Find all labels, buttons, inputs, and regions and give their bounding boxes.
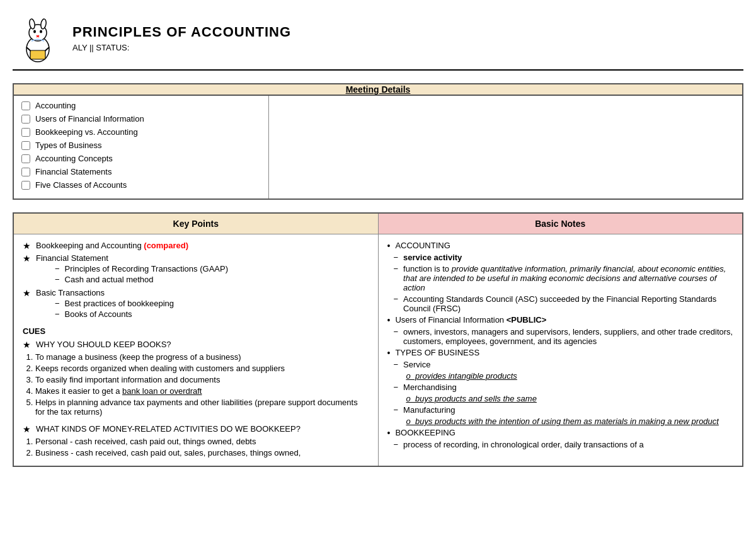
header-text: PRINCIPLES OF ACCOUNTING ALY || STATUS: bbox=[72, 24, 291, 52]
checklist-label-types: Types of Business bbox=[35, 141, 102, 150]
sub-cash: Cash and actual method bbox=[55, 275, 228, 284]
bn-bookkeeping-text: BOOKKEEPING bbox=[395, 428, 455, 437]
bn-accounting-text: ACCOUNTING bbox=[395, 241, 450, 250]
checklist-item-concepts[interactable]: Accounting Concepts bbox=[21, 154, 261, 163]
cues-list-item-2: Keeps records organized when dealing wit… bbox=[35, 364, 369, 373]
checklist-item-types[interactable]: Types of Business bbox=[21, 141, 261, 150]
checklist-item-five-classes[interactable]: Five Classes of Accounts bbox=[21, 180, 261, 190]
bn-function: function is to provide quantitative info… bbox=[394, 264, 734, 292]
bn-types: • TYPES OF BUSINESS bbox=[387, 348, 734, 358]
svg-point-5 bbox=[40, 30, 42, 33]
checkbox-accounting[interactable] bbox=[21, 101, 30, 110]
header-divider bbox=[13, 69, 743, 71]
transactions-sublist: Best practices of bookkeeping Books of A… bbox=[55, 299, 174, 319]
function-italic: provide quantitative information, primar… bbox=[403, 264, 726, 292]
checklist-item-users[interactable]: Users of Financial Information bbox=[21, 114, 261, 124]
key-points-header: Key Points bbox=[13, 213, 378, 234]
bullet-dot-3: • bbox=[387, 348, 391, 358]
svg-point-4 bbox=[33, 30, 36, 33]
main-notes-table: Key Points Basic Notes ★ Bookkeeping and… bbox=[13, 212, 743, 467]
checklist-item-financial[interactable]: Financial Statements bbox=[21, 167, 261, 176]
bn-manufacturing-text: Manufacturing bbox=[403, 405, 455, 415]
sub-best-practices: Best practices of bookkeeping bbox=[55, 299, 174, 308]
bn-function-text: function is to provide quantitative info… bbox=[403, 264, 733, 292]
star-transactions-text: Basic Transactions bbox=[36, 288, 105, 297]
bn-users: • Users of Financial Information <PUBLIC… bbox=[387, 315, 734, 325]
meeting-details-header: Meeting Details bbox=[13, 84, 743, 95]
sub-books: Books of Accounts bbox=[55, 309, 174, 319]
checklist-label-concepts: Accounting Concepts bbox=[35, 154, 113, 163]
svg-point-3 bbox=[40, 18, 47, 29]
star-text-bookkeeping: Bookkeeping and Accounting (compared) bbox=[36, 241, 188, 250]
bn-process: process of recording, in chronological o… bbox=[394, 440, 734, 449]
bn-process-text: process of recording, in chronological o… bbox=[403, 440, 644, 449]
bn-owners-text: owners, investors, managers and supervis… bbox=[403, 327, 733, 346]
sub-gaap: Principles of Recording Transactions (GA… bbox=[55, 264, 228, 273]
checkbox-users[interactable] bbox=[21, 115, 30, 124]
compared-highlight: (compared) bbox=[144, 241, 188, 250]
bullet-dot-4: • bbox=[387, 428, 391, 438]
svg-point-2 bbox=[29, 18, 36, 29]
star-financial-content: Financial Statement Principles of Record… bbox=[36, 253, 228, 285]
star-icon-2: ★ bbox=[23, 253, 31, 263]
bn-asc: Accounting Standards Council (ASC) succe… bbox=[394, 294, 734, 313]
cues-label: CUES bbox=[23, 326, 369, 336]
cues-list-item-1: To manage a business (keep the progress … bbox=[35, 352, 369, 362]
public-bold: <PUBLIC> bbox=[507, 315, 547, 325]
bn-intangible-text: o provides intangible products bbox=[406, 371, 517, 381]
bn-owners: owners, investors, managers and supervis… bbox=[394, 327, 734, 346]
page-subtitle: ALY || STATUS: bbox=[72, 43, 291, 52]
checkbox-bookkeeping[interactable] bbox=[21, 128, 30, 137]
checkbox-types[interactable] bbox=[21, 141, 30, 150]
bn-users-text: Users of Financial Information <PUBLIC> bbox=[395, 315, 546, 325]
bn-mfg-detail: o buys products with the intention of us… bbox=[406, 417, 734, 426]
bn-service-text: Service bbox=[403, 360, 430, 369]
bn-service-activity: service activity bbox=[394, 253, 734, 262]
checklist-item-bookkeeping[interactable]: Bookkeeping vs. Accounting bbox=[21, 127, 261, 137]
financial-sublist: Principles of Recording Transactions (GA… bbox=[55, 264, 228, 284]
cues-list-item-3: To easily find important information and… bbox=[35, 375, 369, 384]
bn-buys-sells: o buys products and sells the same bbox=[406, 394, 734, 403]
star-item-bookkeeping: ★ Bookkeeping and Accounting (compared) bbox=[23, 241, 369, 251]
checkbox-five-classes[interactable] bbox=[21, 181, 30, 190]
meeting-details-table: Meeting Details Accounting Users of Fina… bbox=[13, 83, 743, 200]
star-icon-3: ★ bbox=[23, 288, 31, 298]
bullet-dot-1: • bbox=[387, 241, 391, 251]
bn-service: Service bbox=[394, 360, 734, 369]
service-bold: service activity bbox=[403, 253, 462, 262]
star-icon-cues: ★ bbox=[23, 340, 31, 350]
checklist-label-accounting: Accounting bbox=[35, 101, 76, 110]
checkbox-financial[interactable] bbox=[21, 168, 30, 176]
bn-buys-sells-text: o buys products and sells the same bbox=[406, 394, 537, 403]
bn-mfg-detail-text: o buys products with the intention of us… bbox=[406, 417, 719, 426]
bn-asc-text: Accounting Standards Council (ASC) succe… bbox=[403, 294, 733, 313]
key-points-col: ★ Bookkeeping and Accounting (compared) … bbox=[13, 234, 378, 467]
checklist-label-financial: Financial Statements bbox=[35, 167, 112, 176]
bn-merchandising-text: Merchandising bbox=[403, 383, 457, 392]
kinds-star-text: WHAT KINDS OF MONEY-RELATED ACTIVITIES D… bbox=[36, 424, 301, 434]
cues-star-text: WHY YOU SHOULD KEEP BOOKS? bbox=[36, 340, 171, 349]
kinds-list-item-1: Personal - cash received, cash paid out,… bbox=[35, 437, 369, 446]
bn-manufacturing: Manufacturing bbox=[394, 405, 734, 415]
checkbox-concepts[interactable] bbox=[21, 154, 30, 163]
star-item-basic-transactions: ★ Basic Transactions Best practices of b… bbox=[23, 288, 369, 320]
basic-notes-header: Basic Notes bbox=[378, 213, 743, 234]
cues-numbered-list: To manage a business (keep the progress … bbox=[35, 352, 369, 417]
checklist-item-accounting[interactable]: Accounting bbox=[21, 101, 261, 110]
page-title: PRINCIPLES OF ACCOUNTING bbox=[72, 24, 291, 40]
miffy-logo bbox=[13, 13, 63, 63]
bn-types-text: TYPES OF BUSINESS bbox=[395, 348, 479, 357]
bn-accounting: • ACCOUNTING bbox=[387, 241, 734, 251]
page-header: PRINCIPLES OF ACCOUNTING ALY || STATUS: bbox=[13, 13, 743, 63]
bn-intangible: o provides intangible products bbox=[406, 371, 734, 381]
checklist-label-bookkeeping: Bookkeeping vs. Accounting bbox=[35, 127, 138, 137]
kinds-list-item-2: Business - cash received, cash paid out,… bbox=[35, 448, 369, 457]
star-financial-text: Financial Statement bbox=[36, 253, 108, 263]
meeting-notes-col bbox=[268, 95, 743, 199]
star-transactions-content: Basic Transactions Best practices of boo… bbox=[36, 288, 174, 320]
cues-star-item: ★ WHY YOU SHOULD KEEP BOOKS? bbox=[23, 340, 369, 350]
cues-list-item-4: Makes it easier to get a bank loan or ov… bbox=[35, 386, 369, 396]
kinds-star-item: ★ WHAT KINDS OF MONEY-RELATED ACTIVITIES… bbox=[23, 424, 369, 434]
basic-notes-col: • ACCOUNTING service activity function i… bbox=[378, 234, 743, 467]
meeting-checklist-col: Accounting Users of Financial Informatio… bbox=[13, 95, 268, 199]
